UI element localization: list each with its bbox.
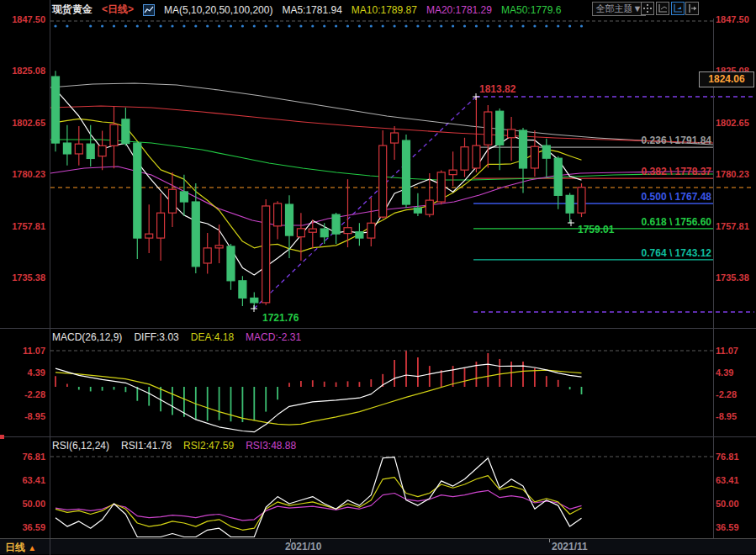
candle-body <box>52 77 60 143</box>
event-dot <box>545 24 547 27</box>
event-dot <box>241 24 244 27</box>
rsi2-value: RSI2:47.59 <box>183 440 234 452</box>
event-dot <box>557 24 559 27</box>
event-dot <box>113 24 115 27</box>
rsi-axis-label: 76.81 <box>716 452 754 462</box>
ma10-value: MA10:1789.87 <box>352 4 417 16</box>
candle-body <box>169 189 177 213</box>
rsi-axis-label: 50.00 <box>5 499 45 509</box>
event-dot <box>136 24 139 27</box>
fib-level-label[interactable]: 0.500 \ 1767.48 <box>510 191 711 203</box>
rsi3-value: RSI3:48.88 <box>246 440 296 452</box>
trading-app-window: 现货黄金 <日线> MA(5,10,20,50,100,200) MA5:178… <box>0 0 756 555</box>
price-axis-label: 1735.38 <box>716 272 754 283</box>
trendline[interactable] <box>254 97 476 309</box>
event-dot <box>487 24 489 27</box>
event-dot <box>323 24 325 27</box>
event-dot <box>499 24 501 27</box>
timeline-bar: 日线 ▲ 2021/10 2021/11 <box>0 538 756 554</box>
macd-axis-label: 11.07 <box>5 346 45 356</box>
pane-exit-icon[interactable] <box>685 2 699 15</box>
price-axis-label: 1847.50 <box>5 14 45 24</box>
ma-group-label: MA(5,10,20,50,100,200) <box>164 4 272 16</box>
rsi-axis-label: 76.81 <box>5 452 45 462</box>
rsi-axis-label: 36.59 <box>5 522 45 532</box>
rsi-title: RSI(6,12,24) <box>52 440 109 452</box>
candle-body <box>426 200 433 214</box>
candle-body <box>391 133 399 143</box>
event-dot <box>533 24 536 27</box>
ma50-value: MA50:1779.6 <box>501 4 561 16</box>
event-dot <box>452 24 454 27</box>
macd-header: MACD(26,12,9) DIFF:3.03 DEA:4.18 MACD:-2… <box>52 331 301 343</box>
macd-axis-label: -2.28 <box>5 389 45 399</box>
candle-body <box>531 146 538 168</box>
candle-body <box>239 281 246 299</box>
candle-body <box>367 223 375 238</box>
chart-header: 现货黄金 <日线> MA(5,10,20,50,100,200) MA5:178… <box>52 3 561 17</box>
candle-body <box>98 145 106 156</box>
axis-scale-icon[interactable] <box>656 2 669 15</box>
price-alert-label[interactable]: 1824.06 <box>699 71 754 87</box>
event-dot <box>218 24 220 27</box>
x-axis-date-oct: 2021/10 <box>285 541 321 552</box>
price-axis-label: 1802.65 <box>716 118 754 128</box>
candle-body <box>332 214 340 234</box>
candle-body <box>251 298 258 302</box>
macd-dea-value: DEA:4.18 <box>191 331 234 343</box>
candle-body <box>344 228 352 234</box>
low-annotation: 1721.76 <box>262 312 299 324</box>
right-axis-scale-icon[interactable] <box>671 2 685 15</box>
candle-body <box>110 124 118 145</box>
event-dot <box>394 24 396 27</box>
candle-body <box>227 246 235 281</box>
macd-axis-label: 4.39 <box>5 367 45 378</box>
event-dot <box>160 24 162 27</box>
candle-body <box>204 248 211 263</box>
fib-level-label[interactable]: 0.764 \ 1743.12 <box>510 247 711 259</box>
event-dot <box>230 24 232 27</box>
panel-resize-handle[interactable] <box>0 435 4 439</box>
price-axis-label: 1735.38 <box>5 272 45 283</box>
candle-body <box>496 111 504 145</box>
candle-body <box>192 202 199 267</box>
event-dot <box>253 24 256 27</box>
candle-body <box>379 145 387 217</box>
chevron-up-icon: ▲ <box>28 543 36 552</box>
candle-body <box>145 234 153 238</box>
event-dot <box>404 24 407 27</box>
event-dot <box>346 24 349 27</box>
event-dot <box>428 24 431 27</box>
candle-body <box>87 144 94 158</box>
rsi-header: RSI(6,12,24) RSI1:41.78 RSI2:47.59 RSI3:… <box>52 440 296 452</box>
candle-body <box>75 144 82 154</box>
rsi-axis-label: 50.00 <box>716 499 754 509</box>
candle-body <box>215 246 223 248</box>
candle-body <box>320 229 328 237</box>
candle-body <box>461 147 468 170</box>
fib-level-label[interactable]: 0.618 \ 1756.60 <box>510 216 711 228</box>
macd-diff-line <box>56 364 582 432</box>
event-dot <box>580 24 583 27</box>
price-axis-label: 1757.81 <box>716 221 754 231</box>
candle-body <box>297 229 304 237</box>
event-dot <box>382 24 384 27</box>
candle-body <box>449 170 457 174</box>
event-dot <box>370 24 373 27</box>
rsi-axis-label: 36.59 <box>716 522 754 532</box>
candle-body <box>286 204 293 235</box>
all-themes-dropdown[interactable]: 全部主题▼ <box>592 2 646 16</box>
pane-layout-icon[interactable] <box>641 2 654 15</box>
candle-body <box>157 213 165 238</box>
event-dot <box>568 24 571 27</box>
tab-daily-period[interactable]: 日线 ▲ <box>5 541 36 555</box>
candle-body <box>356 232 363 238</box>
fib-level-label[interactable]: 0.236 \ 1791.84 <box>510 135 711 146</box>
event-dot <box>335 24 337 27</box>
fib-level-label[interactable]: 0.382 \ 1778.37 <box>510 166 711 177</box>
event-dot <box>66 24 68 27</box>
macd-axis-label: 11.07 <box>716 346 754 356</box>
event-dot <box>463 24 466 27</box>
candle-body <box>63 143 71 154</box>
macd-axis-label: -2.28 <box>716 389 754 399</box>
